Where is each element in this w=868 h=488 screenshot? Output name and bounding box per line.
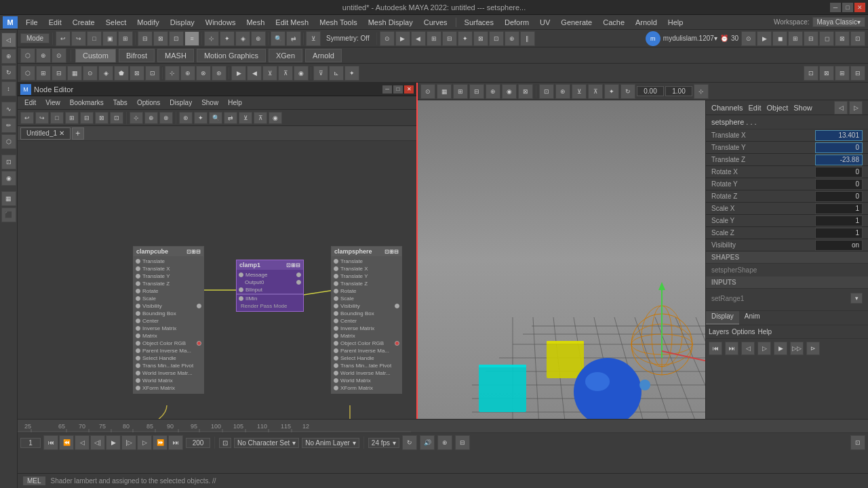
shape-btn-9[interactable]: ⊡ <box>145 66 160 81</box>
mode-dropdown[interactable]: Mode <box>20 33 50 43</box>
toolbar-icon-s8[interactable]: ⊡ <box>850 31 865 46</box>
pb-next-key[interactable]: |▷ <box>121 435 136 450</box>
shape-btn-14[interactable]: ▶ <box>231 66 246 81</box>
vp-btn-last[interactable]: ⊹ <box>694 84 709 99</box>
pb-extra-2[interactable]: 🔊 <box>420 435 435 450</box>
scene-btn-3[interactable]: ⊙ <box>52 48 66 63</box>
menu-surfaces[interactable]: Surfaces <box>459 17 499 28</box>
tool-extra1[interactable]: ▦ <box>1 191 16 206</box>
pb-next[interactable]: ▷ <box>137 435 152 450</box>
tab-custom[interactable]: Custom <box>75 49 116 62</box>
layers-tab[interactable]: Layers <box>709 328 729 336</box>
node-canvas[interactable]: clampcube ⊡⊞⊟ Translate Translate X Tran… <box>18 141 416 419</box>
no-char-set-dropdown[interactable]: No Character Set ▾ <box>234 438 299 448</box>
pb-play[interactable]: ▶ <box>106 435 121 450</box>
ch-btn-2[interactable]: ▷ <box>849 101 863 115</box>
node-clamp1[interactable]: clamp1 ⊡⊞⊟ Message Output0 BlInput IIMin… <box>236 260 304 312</box>
tab-arnold[interactable]: Arnold <box>305 49 342 62</box>
channels-menu-object[interactable]: Object <box>766 104 788 112</box>
shape-btn-2[interactable]: ⊞ <box>36 66 51 81</box>
view-btn-1[interactable]: ⊡ <box>804 66 818 81</box>
timeline-ruler[interactable]: 25 65 70 75 80 85 90 <box>18 420 868 433</box>
tab-motion-graphics[interactable]: Motion Graphics <box>197 49 266 62</box>
menu-edit[interactable]: Edit <box>43 17 67 28</box>
ne-tb-7[interactable]: ⊡ <box>110 112 123 124</box>
ch-btn-1[interactable]: ◁ <box>834 101 848 115</box>
tool-lasso[interactable]: ∿ <box>1 102 16 117</box>
ne-menu-options[interactable]: Options <box>133 98 164 107</box>
ne-tb-10[interactable]: ⊗ <box>159 112 173 124</box>
pb-next-frame[interactable]: ⏩ <box>153 435 167 450</box>
shape-btn-3[interactable]: ⊟ <box>52 66 66 81</box>
status-mel-btn[interactable]: MEL <box>23 476 45 485</box>
menu-deform[interactable]: Deform <box>499 17 534 28</box>
vp-btn-12[interactable]: ✦ <box>604 84 619 99</box>
channel-value-tx[interactable]: 13.401 <box>815 130 863 141</box>
close-button[interactable]: ✕ <box>854 3 865 12</box>
shape-btn-10[interactable]: ⊹ <box>165 66 180 81</box>
menu-windows[interactable]: Windows <box>200 17 241 28</box>
toolbar-icon-r5[interactable]: ⊟ <box>442 31 457 46</box>
toolbar-icon-12[interactable]: ◈ <box>235 31 250 46</box>
timeline-start[interactable]: 1 <box>20 438 41 448</box>
toolbar-icon-s1[interactable]: ⊙ <box>741 31 756 46</box>
toolbar-icon-r3[interactable]: ◀ <box>411 31 426 46</box>
toolbar-icon-3[interactable]: □ <box>87 31 102 46</box>
pb-to-start[interactable]: ⏮ <box>43 435 58 450</box>
ne-tb-4[interactable]: ⊞ <box>65 112 79 124</box>
toolbar-icon-sym[interactable]: ⊻ <box>306 31 321 46</box>
pb-extra-4[interactable]: ⊟ <box>455 435 470 450</box>
view-btn-3[interactable]: ⊞ <box>835 66 850 81</box>
shape-btn-21[interactable]: ✦ <box>344 66 359 81</box>
toolbar-icon-r1[interactable]: ⊙ <box>380 31 395 46</box>
ch-pb-1[interactable]: ⏮ <box>709 342 722 355</box>
channel-value-ty[interactable]: 0 <box>815 142 863 153</box>
minimize-button[interactable]: ─ <box>830 3 841 12</box>
tool-extra2[interactable]: ⬛ <box>1 207 16 222</box>
vp-btn-7[interactable]: ⊠ <box>518 84 533 99</box>
ch-pb-7[interactable]: ⊳ <box>806 342 820 355</box>
options-tab[interactable]: Options <box>732 328 755 336</box>
pb-prev[interactable]: ◁ <box>75 435 90 450</box>
ne-tb-11[interactable]: ⊛ <box>179 112 193 124</box>
vp-btn-11[interactable]: ⊼ <box>588 84 603 99</box>
shape-btn-8[interactable]: ⊠ <box>130 66 144 81</box>
help-tab[interactable]: Help <box>757 328 772 336</box>
toolbar-icon-7[interactable]: ⊠ <box>153 31 168 46</box>
menu-mesh-tools[interactable]: Mesh Tools <box>314 17 362 28</box>
menu-generate[interactable]: Generate <box>555 17 597 28</box>
toolbar-icon-r6[interactable]: ✦ <box>458 31 473 46</box>
toolbar-icon-15[interactable]: ⇄ <box>286 31 301 46</box>
pb-extra-3[interactable]: ⊕ <box>437 435 452 450</box>
ne-tb-2[interactable]: ↪ <box>35 112 49 124</box>
fps-dropdown[interactable]: 24 fps ▾ <box>368 438 399 448</box>
ne-menu-display[interactable]: Display <box>165 98 196 107</box>
vp-btn-9[interactable]: ⊛ <box>555 84 570 99</box>
toolbar-icon-s6[interactable]: ◻ <box>819 31 834 46</box>
shape-btn-18[interactable]: ◉ <box>294 66 309 81</box>
vp-btn-3[interactable]: ⊞ <box>453 84 468 99</box>
menu-arnold[interactable]: Arnold <box>630 17 663 28</box>
vp-btn-2[interactable]: ▦ <box>437 84 452 99</box>
shape-btn-11[interactable]: ⊕ <box>180 66 195 81</box>
tab-display[interactable]: Display <box>706 311 739 325</box>
workspace-dropdown[interactable]: Maya Classic▾ <box>812 17 865 27</box>
menu-file[interactable]: File <box>20 17 43 28</box>
shape-btn-16[interactable]: ⊻ <box>262 66 277 81</box>
toolbar-icon-s2[interactable]: ▶ <box>757 31 772 46</box>
toolbar-icon-s5[interactable]: ⊟ <box>804 31 818 46</box>
ch-pb-4[interactable]: ▷ <box>757 342 771 355</box>
menu-mesh[interactable]: Mesh <box>241 17 270 28</box>
ne-close-btn[interactable]: ✕ <box>404 85 414 94</box>
ne-tb-17[interactable]: ◉ <box>269 112 282 124</box>
vp-btn-6[interactable]: ◉ <box>502 84 517 99</box>
ne-tb-5[interactable]: ⊟ <box>80 112 94 124</box>
tool-sculpt[interactable]: ⬡ <box>1 134 16 149</box>
toolbar-icon-s4[interactable]: ⊞ <box>788 31 803 46</box>
view-btn-2[interactable]: ⊠ <box>819 66 834 81</box>
toolbar-icon-r4[interactable]: ⊞ <box>427 31 441 46</box>
tab-anim[interactable]: Anim <box>739 311 766 325</box>
toolbar-icon-r9[interactable]: ⊕ <box>505 31 519 46</box>
tool-softsel[interactable]: ◉ <box>1 171 16 186</box>
vp-btn-rotate[interactable]: ↻ <box>620 84 635 99</box>
